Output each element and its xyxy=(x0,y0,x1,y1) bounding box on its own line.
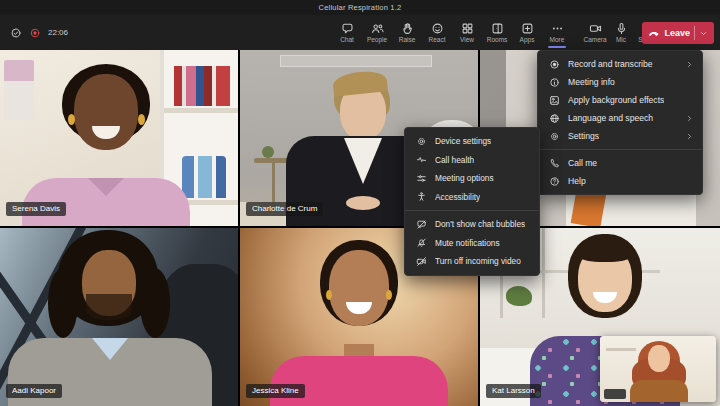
shelfline xyxy=(164,108,238,113)
gear-icon xyxy=(415,136,427,147)
menu-item-label: Accessibility xyxy=(435,192,480,202)
menu-item-settings[interactable]: Settings xyxy=(538,127,702,145)
toolbar-button-label: More xyxy=(550,36,565,43)
recording-indicator-icon xyxy=(29,27,41,39)
video-slash-icon xyxy=(415,256,427,267)
menu-item-label: Settings xyxy=(568,131,599,141)
toolbar-button-label: Apps xyxy=(520,36,535,43)
accessibility-icon xyxy=(415,191,427,202)
mic-icon xyxy=(615,22,628,35)
chevron-right-icon xyxy=(685,60,694,69)
menu-divider xyxy=(538,149,702,150)
menu-item-turn-off-incoming-video[interactable]: Turn off incoming video xyxy=(405,252,539,271)
shelfp xyxy=(606,348,636,351)
body xyxy=(270,356,448,406)
ear-e2 xyxy=(138,114,145,125)
toolbar-react-button[interactable]: React xyxy=(422,17,452,48)
meeting-title: Cellular Respiration 1.2 xyxy=(319,3,402,12)
toolbar-button-label: Camera xyxy=(583,36,606,43)
toolbar-chat-button[interactable]: Chat xyxy=(332,17,362,48)
meeting-options-icon xyxy=(415,173,427,184)
toolbar-view-button[interactable]: View xyxy=(452,17,482,48)
ptag xyxy=(604,389,626,399)
bangs xyxy=(576,240,634,262)
leave-call-icon xyxy=(648,27,660,39)
bodyp xyxy=(630,380,688,402)
menu-item-label: Device settings xyxy=(435,136,491,146)
head xyxy=(329,250,389,326)
toolbar-button-label: View xyxy=(460,36,474,43)
menu-item-label: Mute notifications xyxy=(435,238,500,248)
menu-item-meeting-options[interactable]: Meeting options xyxy=(405,169,539,188)
toolbar-button-label: React xyxy=(429,36,446,43)
menu-item-don-t-show-chat-bubbles[interactable]: Don't show chat bubbles xyxy=(405,215,539,234)
menu-item-label: Call health xyxy=(435,155,474,165)
menu-item-apply-background-effects[interactable]: Apply background effects xyxy=(538,91,702,109)
toolbar-left: 22:06 xyxy=(10,15,68,50)
raise-icon xyxy=(401,22,414,35)
toolbar-more-button[interactable]: More xyxy=(542,17,572,48)
toolbar-raise-button[interactable]: Raise xyxy=(392,17,422,48)
settings-submenu: Device settingsCall healthMeeting option… xyxy=(404,127,540,276)
menu-item-accessibility[interactable]: Accessibility xyxy=(405,188,539,207)
toolbar-button-label: Mic xyxy=(616,36,626,43)
ear-e1 xyxy=(68,114,75,125)
menu-item-label: Apply background effects xyxy=(568,95,664,105)
menu-item-record-and-transcribe[interactable]: Record and transcribe xyxy=(538,55,702,73)
chat-slash-icon xyxy=(415,219,427,230)
menu-item-language-and-speech[interactable]: Language and speech xyxy=(538,109,702,127)
chat-icon xyxy=(341,22,354,35)
ear-e1 xyxy=(326,290,332,300)
people-icon xyxy=(371,22,384,35)
menu-item-label: Don't show chat bubbles xyxy=(435,219,525,229)
language-icon xyxy=(548,113,560,124)
record-icon xyxy=(548,59,560,70)
bottles xyxy=(182,156,226,198)
hair2 xyxy=(48,268,78,338)
menu-item-call-me[interactable]: Call me xyxy=(538,154,702,172)
participant-name-tag: Jessica Kline xyxy=(246,384,305,398)
menu-item-label: Call me xyxy=(568,158,597,168)
ear-e2 xyxy=(386,290,392,300)
leave-label: Leave xyxy=(664,28,690,38)
toolbar-button-label: Raise xyxy=(399,36,416,43)
menu-item-help[interactable]: Help xyxy=(538,172,702,190)
menu-item-call-health[interactable]: Call health xyxy=(405,151,539,170)
self-view-pip[interactable] xyxy=(600,336,716,402)
menu-item-label: Meeting info xyxy=(568,77,615,87)
more-menu: Record and transcribeMeeting infoApply b… xyxy=(537,50,703,195)
video-tile-serena-davis[interactable]: Serena Davis xyxy=(0,50,238,226)
leave-button[interactable]: Leave xyxy=(642,22,714,44)
menu-item-meeting-info[interactable]: Meeting info xyxy=(538,73,702,91)
teams-meeting-window: Cellular Respiration 1.2 22:06 ChatPeopl… xyxy=(0,0,720,406)
menu-item-label: Turn off incoming video xyxy=(435,256,521,266)
toolbar-people-button[interactable]: People xyxy=(362,17,392,48)
react-icon xyxy=(431,22,444,35)
background-effects-icon xyxy=(548,95,560,106)
menu-item-label: Help xyxy=(568,176,586,186)
plant xyxy=(506,286,532,306)
toolbar-camera-button[interactable]: Camera xyxy=(582,17,608,48)
participant-name-tag: Kat Larsson xyxy=(486,384,541,398)
toolbar-mic-button[interactable]: Mic xyxy=(608,17,634,48)
menu-item-label: Meeting options xyxy=(435,173,494,183)
win2 xyxy=(542,228,545,318)
beard xyxy=(86,294,132,320)
hair3 xyxy=(140,268,170,338)
meeting-timer: 22:06 xyxy=(48,28,68,37)
glass xyxy=(280,55,432,67)
toolbar-apps-button[interactable]: Apps xyxy=(512,17,542,48)
chevron-down-icon[interactable] xyxy=(699,29,708,38)
rooms-icon xyxy=(491,22,504,35)
menu-item-mute-notifications[interactable]: Mute notifications xyxy=(405,234,539,253)
poster xyxy=(4,60,34,120)
toolbar-button-label: Chat xyxy=(340,36,354,43)
plant xyxy=(262,146,274,158)
checkmark-icon xyxy=(10,27,22,39)
video-tile-aadi-kapoor[interactable]: Aadi Kapoor xyxy=(0,228,238,406)
toolbar-rooms-button[interactable]: Rooms xyxy=(482,17,512,48)
menu-item-device-settings[interactable]: Device settings xyxy=(405,132,539,151)
books xyxy=(174,66,230,106)
menu-item-label: Record and transcribe xyxy=(568,59,653,69)
phone-icon xyxy=(548,158,560,169)
